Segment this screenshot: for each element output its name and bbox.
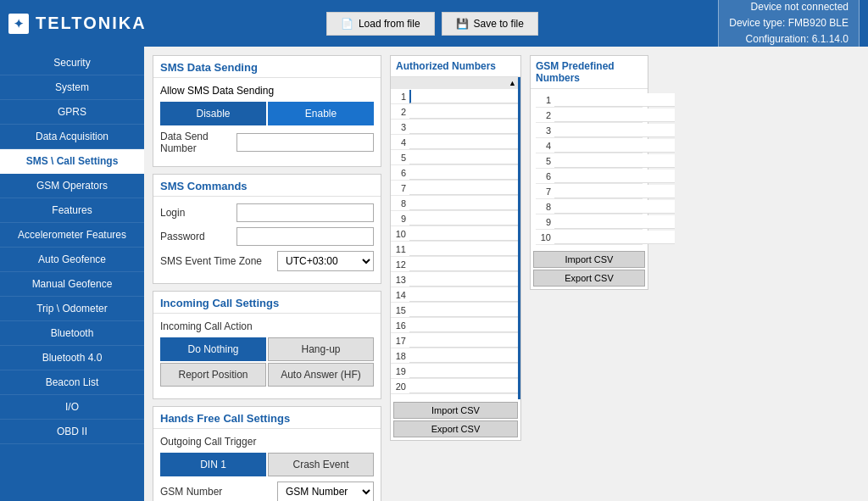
header-buttons: 📄 Load from file 💾 Save to file (147, 12, 719, 36)
gsm-number-input-5[interactable] (554, 154, 675, 168)
auth-scroll-indicator: ▲ (391, 77, 518, 89)
sms-data-title: SMS Data Sending (153, 56, 381, 78)
auth-number-input-17[interactable] (409, 334, 520, 348)
gsm-predefined-title: GSM Predefined Numbers (531, 56, 648, 89)
list-item: 18 (391, 348, 518, 364)
load-from-file-button[interactable]: 📄 Load from file (326, 12, 435, 36)
list-item: 17 (391, 333, 518, 348)
gsm-number-input-4[interactable] (554, 139, 675, 153)
password-label: Password (160, 231, 230, 242)
gsm-number-input-3[interactable] (554, 124, 675, 137)
auth-import-csv-button[interactable]: Import CSV (393, 402, 518, 419)
list-item: 16 (391, 318, 518, 333)
timezone-label: SMS Event Time Zone (160, 255, 270, 267)
gsm-number-input-6[interactable] (554, 170, 675, 183)
save-to-file-button[interactable]: 💾 Save to file (442, 12, 538, 36)
data-send-number-input[interactable] (236, 133, 374, 152)
sidebar-item-auto-geofence[interactable]: Auto Geofence (0, 248, 144, 272)
gsm-export-csv-button[interactable]: Export CSV (533, 270, 645, 287)
auth-number-input-15[interactable] (409, 303, 520, 317)
hang-up-button[interactable]: Hang-up (268, 337, 374, 361)
auth-number-input-9[interactable] (409, 212, 520, 225)
sidebar-item-obd2[interactable]: OBD II (0, 420, 144, 444)
auth-number-input-19[interactable] (409, 365, 520, 378)
list-item: 9 (536, 214, 643, 230)
sidebar-item-beacon-list[interactable]: Beacon List (0, 370, 144, 395)
list-item: 9 (391, 211, 518, 226)
gsm-number-input-7[interactable] (554, 185, 675, 198)
allow-sms-label: Allow SMS Data Sending (160, 85, 274, 97)
incoming-call-title: Incoming Call Settings (153, 292, 381, 314)
sms-enable-group: Disable Enable (160, 102, 374, 125)
login-label: Login (160, 207, 230, 219)
crash-event-button[interactable]: Crash Event (268, 453, 374, 476)
outgoing-trigger-label: Outgoing Call Trigger (160, 436, 270, 448)
gsm-import-csv-button[interactable]: Import CSV (533, 251, 645, 268)
do-nothing-button[interactable]: Do Nothing (160, 337, 266, 361)
sidebar-item-gprs[interactable]: GPRS (0, 100, 144, 125)
hands-free-title: Hands Free Call Settings (153, 407, 381, 429)
sidebar-item-system[interactable]: System (0, 75, 144, 100)
list-item: 1 (391, 89, 518, 104)
auth-number-input-4[interactable] (409, 136, 520, 149)
hands-free-panel: Hands Free Call Settings Outgoing Call T… (153, 406, 381, 501)
main-layout: Security System GPRS Data Acquisition SM… (0, 47, 868, 501)
auth-number-input-5[interactable] (409, 151, 520, 164)
auth-number-input-2[interactable] (409, 105, 520, 119)
password-input[interactable] (236, 227, 374, 246)
logo-text: TELTONIKA (36, 14, 147, 33)
sms-enable-button[interactable]: Enable (268, 102, 374, 125)
auth-number-input-11[interactable] (409, 242, 520, 256)
list-item: 6 (391, 165, 518, 181)
sidebar-item-bluetooth40[interactable]: Bluetooth 4.0 (0, 346, 144, 370)
auth-number-input-13[interactable] (409, 273, 520, 287)
auth-export-csv-button[interactable]: Export CSV (393, 420, 518, 437)
auth-number-input-12[interactable] (409, 258, 520, 271)
sidebar-item-bluetooth[interactable]: Bluetooth (0, 321, 144, 346)
auth-number-input-18[interactable] (409, 349, 520, 363)
gsm-number-input-8[interactable] (554, 200, 675, 214)
incoming-call-panel: Incoming Call Settings Incoming Call Act… (153, 291, 381, 399)
timezone-select[interactable]: UTC+03:00 UTC+00:00 UTC+01:00 UTC+02:00 (277, 251, 374, 271)
auth-number-input-1[interactable] (409, 90, 520, 103)
sidebar-item-security[interactable]: Security (0, 51, 144, 75)
gsm-number-input-1[interactable] (554, 93, 675, 107)
logo: ✦ TELTONIKA (8, 14, 147, 34)
auth-number-input-6[interactable] (409, 166, 520, 180)
sidebar-item-io[interactable]: I/O (0, 395, 144, 420)
list-item: 7 (536, 184, 643, 199)
auth-number-input-8[interactable] (409, 197, 520, 210)
auth-number-input-16[interactable] (409, 319, 520, 332)
auth-number-input-3[interactable] (409, 120, 520, 134)
report-position-button[interactable]: Report Position (160, 363, 266, 387)
auto-answer-button[interactable]: Auto Answer (HF) (268, 363, 374, 387)
sidebar-item-features[interactable]: Features (0, 198, 144, 223)
sidebar-item-gsm-operators[interactable]: GSM Operators (0, 174, 144, 198)
list-item: 8 (391, 196, 518, 211)
sidebar-item-accelerometer[interactable]: Accelerometer Features (0, 223, 144, 248)
sms-disable-button[interactable]: Disable (160, 102, 266, 125)
sidebar-item-trip-odometer[interactable]: Trip \ Odometer (0, 297, 144, 321)
auth-number-input-10[interactable] (409, 227, 520, 241)
sidebar-item-manual-geofence[interactable]: Manual Geofence (0, 272, 144, 297)
list-item: 20 (391, 379, 518, 394)
incoming-call-group: Do Nothing Hang-up Report Position Auto … (160, 337, 374, 387)
authorized-numbers-panel: Authorized Numbers ▲ 1 2 3 4 5 6 7 8 9 1… (390, 55, 521, 441)
authorized-numbers-column: Authorized Numbers ▲ 1 2 3 4 5 6 7 8 9 1… (390, 55, 521, 493)
gsm-number-select[interactable]: GSM Number (277, 482, 374, 501)
auth-number-input-7[interactable] (409, 181, 520, 195)
gsm-number-input-10[interactable] (554, 231, 675, 244)
auth-number-input-20[interactable] (409, 380, 520, 393)
authorized-numbers-list: ▲ 1 2 3 4 5 6 7 8 9 10 11 12 13 14 15 (391, 77, 520, 399)
login-input[interactable] (236, 203, 374, 222)
gsm-number-input-9[interactable] (554, 215, 675, 229)
sidebar-item-data-acquisition[interactable]: Data Acquisition (0, 125, 144, 149)
device-line3: Configuration: 6.1.14.0 (729, 31, 849, 47)
list-item: 5 (536, 153, 643, 169)
sms-commands-panel: SMS Commands Login Password SMS Event Ti… (153, 174, 381, 284)
gsm-number-input-2[interactable] (554, 109, 675, 122)
sidebar-item-sms-call[interactable]: SMS \ Call Settings (0, 149, 144, 174)
auth-number-input-14[interactable] (409, 288, 520, 302)
list-item: 4 (536, 138, 643, 153)
din1-button[interactable]: DIN 1 (160, 453, 266, 476)
